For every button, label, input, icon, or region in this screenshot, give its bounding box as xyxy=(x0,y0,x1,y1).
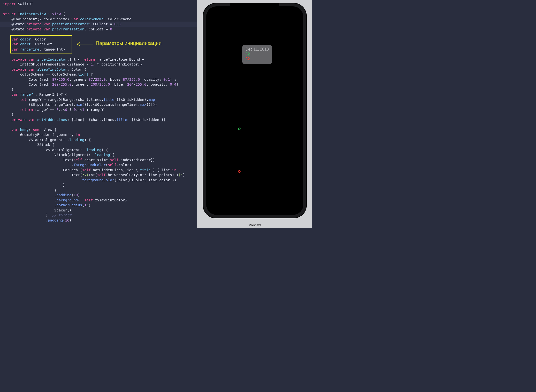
code-line: @State private var prevTranslation: CGFl… xyxy=(0,27,197,32)
code-line: var body: some View { xyxy=(0,127,197,132)
code-line: struct IndicatorView : View { xyxy=(0,12,197,17)
code-line: colorSchema == ColorScheme.light ? xyxy=(0,72,197,77)
code-line: ForEach (self.notHiddenLines, id: \.titl… xyxy=(0,168,197,173)
tooltip-value-1: 82 xyxy=(245,52,269,57)
code-line: VStack(alignment: .leading) { xyxy=(0,147,197,153)
code-line: {$0.points[rangeTime].min()!..<$0.points… xyxy=(0,102,197,107)
code-line xyxy=(0,122,197,127)
code-line xyxy=(0,7,197,12)
code-line: Text(self.chart.xTime[self.indexIndicato… xyxy=(0,157,197,163)
code-line: ZStack { xyxy=(0,142,197,147)
code-line: Color(red: 87/255.0, green: 87/255.0, bl… xyxy=(0,77,197,82)
code-line: let rangeY = rangeOfRanges(chart.lines.f… xyxy=(0,97,197,102)
code-line: Spacer() xyxy=(0,208,197,213)
code-line: VStack(alignment: .leading) { xyxy=(0,137,197,143)
tooltip-date: Dec 11, 2018 xyxy=(245,47,269,52)
code-line: } xyxy=(0,87,197,92)
code-line: .cornerRadius(15) xyxy=(0,203,197,208)
tooltip-value-2: 52 xyxy=(245,57,269,62)
code-line: .background( self.zViewTintColor) xyxy=(0,198,197,203)
data-point-green xyxy=(238,128,241,130)
code-line: private var indexIndicator:Int { return … xyxy=(0,57,197,62)
code-line: } xyxy=(0,112,197,117)
code-line: .padding(10) xyxy=(0,193,197,198)
phone-screen[interactable]: Dec 11, 2018 82 52 xyxy=(206,6,303,215)
code-line: private var notHiddenLines: [Line] {char… xyxy=(0,117,197,122)
code-line: } xyxy=(0,183,197,188)
code-line: } xyxy=(0,188,197,193)
code-line: Int(CGFloat(rangeTime.distance - 1) * po… xyxy=(0,62,197,67)
code-line: @Environment(\.colorScheme) var colorSch… xyxy=(0,17,197,22)
phone-frame: Dec 11, 2018 82 52 xyxy=(203,3,307,218)
preview-panel: Dec 11, 2018 82 52 Preview xyxy=(197,0,312,228)
code-line xyxy=(0,32,197,37)
code-line: Text("\(Int(self.betweenValue(yInt: line… xyxy=(0,172,197,178)
code-line: return rangeY == 0..<0 ? 0..<1 : rangeY xyxy=(0,107,197,112)
callout-label: Параметры инициализации xyxy=(96,40,162,46)
code-line: import SwiftUI xyxy=(0,1,197,7)
code-line: var rangeTime: Range<Int> xyxy=(0,47,197,52)
code-line: GeometryReader { geometry in xyxy=(0,132,197,137)
code-line xyxy=(0,52,197,57)
code-line: private var zViewTintColor: Color { xyxy=(0,67,197,72)
code-line: Color(red: 209/255.0, green: 209/255.0, … xyxy=(0,82,197,87)
data-point-red xyxy=(238,170,241,173)
code-editor[interactable]: import SwiftUI struct IndicatorView : Vi… xyxy=(0,0,197,228)
code-line: } // VSrack xyxy=(0,213,197,218)
code-line: VStack(alignment: .leading){ xyxy=(0,152,197,157)
code-line: var rangeY : Range<Int>? { xyxy=(0,92,197,97)
code-line: @State private var positionIndicator: CG… xyxy=(0,22,197,27)
indicator-tooltip: Dec 11, 2018 82 52 xyxy=(242,45,272,64)
code-line: .foregroundColor(self.color) xyxy=(0,162,197,168)
preview-label: Preview xyxy=(197,223,312,227)
code-line: .padding(10) xyxy=(0,218,197,223)
code-line: .foregroundColor(Color(uiColor: line.col… xyxy=(0,178,197,183)
